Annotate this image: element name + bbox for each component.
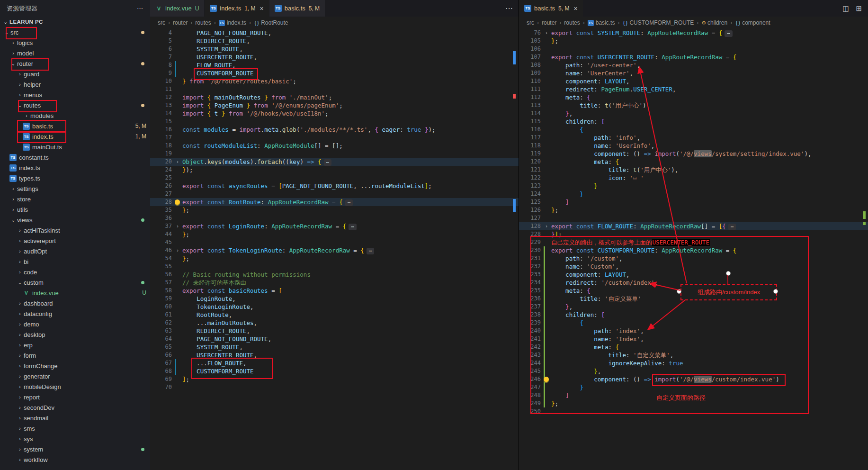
code-line[interactable]: 15 [150,118,519,126]
tree-item-types.ts[interactable]: TStypes.ts [0,173,150,183]
code-line[interactable]: 123 } [519,182,868,190]
code-line[interactable]: 27 [150,190,519,198]
code-line[interactable]: 68 CUSTOMFORM_ROUTE [150,367,519,375]
fold-chevron-icon[interactable]: › [176,246,179,254]
tree-item-sendmail[interactable]: ›sendmail [0,413,150,423]
code-line[interactable]: 24}); [150,166,519,174]
code-line[interactable]: 241 name: 'Index', [519,335,868,343]
code-line[interactable]: 56// Basic routing without permissions [150,271,519,279]
code-line[interactable]: 8 FLOW_ROUTE, [150,61,519,69]
code-line[interactable]: 108 path: '/user-center', [519,61,868,69]
code-line[interactable]: 19 [150,150,519,158]
split-editor-icon[interactable]: ◫ [842,4,849,13]
tree-item-custom[interactable]: ⌄custom [0,277,150,288]
tree-item-model[interactable]: ›model [0,48,150,58]
code-line[interactable]: 14import { t } from '/@/hooks/web/useI18… [150,109,519,118]
code-line[interactable]: 16const modules = import.meta.glob('./mo… [150,126,519,134]
code-line[interactable]: 54}; [150,254,519,262]
code-line[interactable]: 10} from '/@/router/routes/basic'; [150,77,519,85]
code-line[interactable]: 36 [150,214,519,222]
workspace-section-header[interactable]: ⌄ LEARUN PC [0,17,150,27]
code-line[interactable]: 231 path: '/custom', [519,254,868,262]
layout-icon[interactable]: ⊞ [856,4,862,13]
tree-item-settings[interactable]: ›settings [0,183,150,194]
code-line[interactable]: 237 }, [519,303,868,311]
code-line[interactable]: 106 [519,45,868,53]
breadcrumb-item-router[interactable]: router [173,19,188,26]
code-line[interactable]: 6 SYSTEM_ROUTE, [150,45,519,53]
tree-item-logics[interactable]: ›logics [0,37,150,48]
close-icon[interactable]: × [260,5,263,12]
code-line[interactable]: 67 ...FLOW_ROUTE, [150,359,519,367]
code-line[interactable]: 110 component: LAYOUT, [519,77,868,85]
code-line[interactable]: 119 component: () => import('/@/views/sy… [519,150,868,158]
lightbulb-icon[interactable] [544,377,549,382]
tab-basic.ts[interactable]: TSbasic.ts5, M× [519,0,583,17]
code-line[interactable]: 121 title: t('用户中心'), [519,166,868,174]
code-editor-basic-ts[interactable]: 76›export const SYSTEM_ROUTE: AppRouteRe… [519,29,868,416]
tree-item-activereport[interactable]: ›activereport [0,235,150,246]
code-line[interactable]: 228}]; [519,230,868,238]
tree-item-store[interactable]: ›store [0,194,150,204]
tree-item-dashboard[interactable]: ›dashboard [0,298,150,308]
code-line[interactable]: 244 ignoreKeepAlive: true [519,359,868,367]
folded-region-ellipsis[interactable]: ⋯ [324,159,332,166]
fold-chevron-icon[interactable]: › [176,158,179,166]
code-line[interactable]: 113 title: t('用户中心') [519,101,868,109]
tree-item-mainOut.ts[interactable]: TSmainOut.ts [0,142,150,152]
code-line[interactable]: 26export const asyncRoutes = [PAGE_NOT_F… [150,182,519,190]
code-line[interactable]: 112 meta: { [519,93,868,101]
code-line[interactable]: 229自己定义的路由，格式可以参考上面的USERCENTER_ROUTE [519,238,868,246]
code-line[interactable]: 61 RootRoute, [150,311,519,319]
tab-index.vue[interactable]: Vindex.vueU [150,0,205,17]
tree-item-erp[interactable]: ›erp [0,340,150,350]
breadcrumb-item-component[interactable]: {}component [735,19,770,26]
fold-chevron-icon[interactable]: › [545,222,548,230]
tree-item-modules[interactable]: ›modules [0,110,150,121]
code-line[interactable]: 250 [519,407,868,416]
code-line[interactable]: 118 name: 'UserInfo', [519,142,868,150]
tree-item-code[interactable]: ›code [0,267,150,277]
code-line[interactable]: 127 [519,214,868,222]
tree-item-routes[interactable]: ⌄routes [0,100,150,110]
tree-item-workflow[interactable]: ›workflow [0,454,150,465]
folded-region-ellipsis[interactable]: ⋯ [345,199,353,206]
breadcrumb-item-children[interactable]: ⚙children [701,19,727,26]
tree-item-basic.ts[interactable]: TSbasic.ts5, M [0,121,150,131]
code-line[interactable]: 12import { mainOutRoutes } from './mainO… [150,93,519,101]
code-line[interactable]: 9 CUSTOMFORM_ROUTE [150,69,519,77]
code-editor-index-ts[interactable]: 4 PAGE_NOT_FOUND_ROUTE,5 REDIRECT_ROUTE,… [150,29,519,391]
tree-item-guard[interactable]: ›guard [0,69,150,79]
code-line[interactable]: 114 }, [519,109,868,118]
tree-item-report[interactable]: ›report [0,392,150,402]
code-line[interactable]: 233 component: LAYOUT, [519,271,868,279]
code-line[interactable]: 58export const basicRoutes = [ [150,287,519,295]
breadcrumb-item-router[interactable]: router [542,19,556,26]
code-line[interactable]: 65 SYSTEM_ROUTE, [150,343,519,351]
tree-item-menus[interactable]: ›menus [0,90,150,100]
tree-item-index.ts[interactable]: TSindex.ts1, M [0,131,150,142]
code-line[interactable]: 37›export const LoginRoute: AppRouteReco… [150,222,519,230]
code-line[interactable]: 116 { [519,126,868,134]
code-line[interactable]: 11 [150,85,519,93]
tree-item-constant.ts[interactable]: TSconstant.ts [0,152,150,163]
code-line[interactable]: 247 } [519,383,868,391]
code-line[interactable]: 245 }, [519,367,868,375]
code-line[interactable]: 69]; [150,375,519,383]
explorer-more-icon[interactable]: ⋯ [137,5,143,12]
breadcrumb-item-RootRoute[interactable]: {}RootRoute [254,19,288,26]
breadcrumb-item-basic.ts[interactable]: TSbasic.ts [588,19,615,26]
code-line[interactable]: 63 REDIRECT_ROUTE, [150,327,519,335]
tree-item-secondDev[interactable]: ›secondDev [0,402,150,413]
tree-item-sys[interactable]: ›sys [0,434,150,444]
code-line[interactable]: 239 { [519,319,868,327]
code-line[interactable]: 35}; [150,206,519,214]
folded-region-ellipsis[interactable]: ⋯ [725,30,733,37]
folded-region-ellipsis[interactable]: ⋯ [367,248,375,254]
code-line[interactable]: 238 children: [ [519,311,868,319]
code-line[interactable]: 109 name: 'UserCenter', [519,69,868,77]
fold-chevron-icon[interactable]: › [545,29,548,37]
code-line[interactable]: 122 icon: '⚇ ' [519,174,868,182]
folded-region-ellipsis[interactable]: ⋯ [349,224,357,230]
tree-item-dataconfig[interactable]: ›dataconfig [0,308,150,319]
